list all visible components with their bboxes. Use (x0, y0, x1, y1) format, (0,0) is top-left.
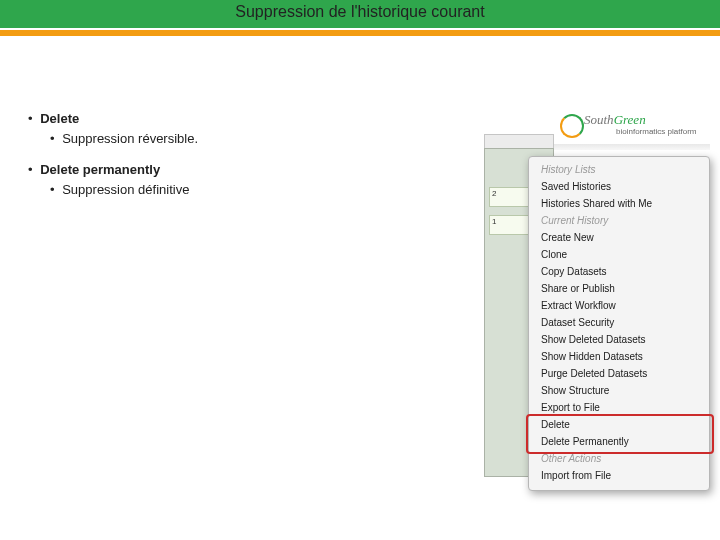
bullet-dot-icon: • (50, 182, 55, 197)
delete-perm-heading: Delete permanently (40, 162, 160, 177)
history-options-menu: History ListsSaved HistoriesHistories Sh… (528, 156, 710, 491)
menu-item[interactable]: Purge Deleted Datasets (529, 365, 709, 382)
menu-item[interactable]: Show Structure (529, 382, 709, 399)
bullet-delete-perm-desc: • Suppression définitive (50, 181, 198, 199)
menu-section-header: History Lists (529, 161, 709, 178)
bullet-dot-icon: • (28, 111, 33, 126)
logo-south: South (584, 112, 614, 127)
menu-item[interactable]: Show Deleted Datasets (529, 331, 709, 348)
delete-heading: Delete (40, 111, 79, 126)
screenshot: 2 1 SouthGreen bioinformatics platform H… (484, 110, 712, 475)
menu-item[interactable]: Extract Workflow (529, 297, 709, 314)
delete-desc: Suppression réversible. (62, 131, 198, 146)
menu-item[interactable]: Export to File (529, 399, 709, 416)
bullet-dot-icon: • (50, 131, 55, 146)
dataset-number: 2 (492, 189, 502, 199)
slide: Suppression de l'historique courant • De… (0, 0, 720, 540)
title-bar-orange (0, 30, 720, 36)
menu-item[interactable]: Dataset Security (529, 314, 709, 331)
menu-item[interactable]: Histories Shared with Me (529, 195, 709, 212)
menu-item[interactable]: Import from File (529, 467, 709, 484)
menu-item[interactable]: Copy Datasets (529, 263, 709, 280)
menu-section-header: Other Actions (529, 450, 709, 467)
menu-section-header: Current History (529, 212, 709, 229)
body-text: • Delete • Suppression réversible. • Del… (28, 110, 198, 212)
delete-perm-desc: Suppression définitive (62, 182, 189, 197)
menu-item[interactable]: Create New (529, 229, 709, 246)
menu-item[interactable]: Clone (529, 246, 709, 263)
dataset-number: 1 (492, 217, 502, 227)
bullet-delete-perm: • Delete permanently (28, 161, 198, 179)
bullet-delete-desc: • Suppression réversible. (50, 130, 198, 148)
logo-text: SouthGreen (584, 112, 646, 128)
menu-item[interactable]: Share or Publish (529, 280, 709, 297)
bullet-delete: • Delete (28, 110, 198, 128)
menu-item[interactable]: Delete Permanently (529, 433, 709, 450)
menu-item[interactable]: Saved Histories (529, 178, 709, 195)
logo: SouthGreen bioinformatics platform (554, 110, 710, 145)
logo-green: Green (614, 112, 646, 127)
menu-item[interactable]: Show Hidden Datasets (529, 348, 709, 365)
slide-title: Suppression de l'historique courant (0, 3, 720, 21)
bullet-dot-icon: • (28, 162, 33, 177)
swirl-icon (560, 114, 584, 138)
logo-tagline: bioinformatics platform (616, 127, 696, 136)
menu-item[interactable]: Delete (529, 416, 709, 433)
logo-gradient (554, 144, 710, 150)
